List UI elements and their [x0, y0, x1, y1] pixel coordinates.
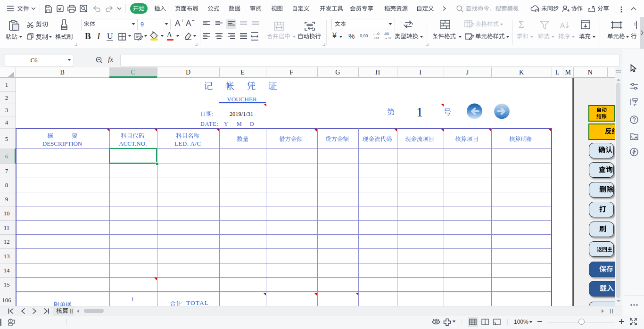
- svg-text:0,00: 0,00: [360, 33, 368, 38]
- svg-text:A: A: [560, 21, 565, 29]
